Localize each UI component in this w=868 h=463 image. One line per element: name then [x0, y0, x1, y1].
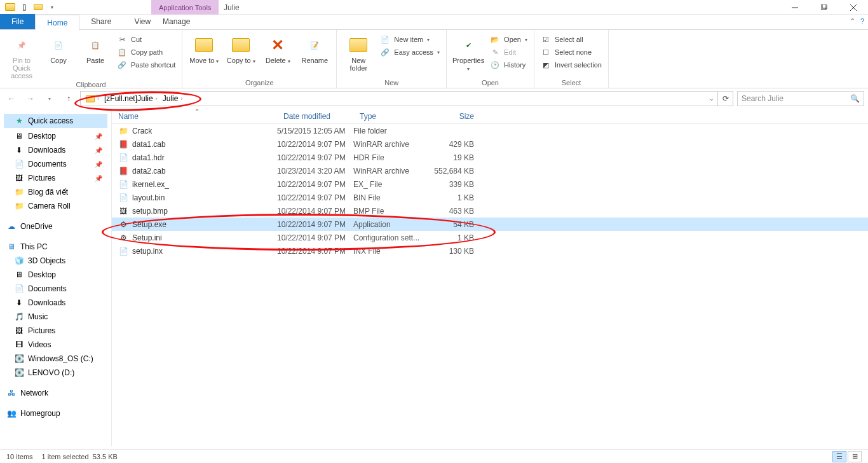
file-list-pane[interactable]: Name Date modified Type Size 📁Crack5/15/…: [112, 109, 868, 446]
nav-item[interactable]: 📁Blog đã viết: [0, 185, 111, 199]
search-input[interactable]: Search Julie 🔍: [737, 91, 864, 106]
address-dropdown-icon[interactable]: ⌄: [706, 92, 717, 106]
nav-item[interactable]: 🧊3D Objects: [0, 254, 111, 268]
nav-quick-access[interactable]: ★Quick access: [4, 114, 107, 128]
history-button[interactable]: 🕑History: [489, 59, 529, 71]
nav-item[interactable]: 📄Documents📌: [0, 157, 111, 171]
file-name: layout.bin: [132, 193, 165, 202]
help-icon[interactable]: ?: [860, 17, 864, 25]
file-row[interactable]: 📄layout.bin10/22/2014 9:07 PMBIN File1 K…: [112, 191, 868, 204]
column-headers[interactable]: Name Date modified Type Size: [112, 109, 868, 124]
history-label: History: [504, 61, 526, 69]
file-type: WinRAR archive: [353, 140, 430, 149]
tab-home[interactable]: Home: [35, 15, 79, 30]
nav-homegroup[interactable]: 👥Homegroup: [0, 406, 111, 420]
file-icon: 📄: [118, 153, 128, 163]
tab-file[interactable]: File: [0, 14, 35, 29]
new-item-button[interactable]: 📄New item ▾: [379, 34, 441, 45]
nav-item[interactable]: 🖥Desktop📌: [0, 129, 111, 143]
breadcrumb-root-icon[interactable]: ›: [83, 95, 102, 102]
edit-button[interactable]: ✎Edit: [489, 46, 529, 58]
file-row[interactable]: 📁Crack5/15/2015 12:05 AMFile folder: [112, 124, 868, 137]
nav-item[interactable]: 📁Camera Roll: [0, 199, 111, 213]
nav-item[interactable]: ⬇Downloads: [0, 296, 111, 310]
status-selected: 1 item selected 53.5 KB: [42, 453, 118, 460]
nav-item[interactable]: 💽Windows8_OS (C:): [0, 352, 111, 366]
file-row[interactable]: ⚙Setup.exe10/22/2014 9:07 PMApplication5…: [112, 218, 868, 231]
nav-item-icon: 📁: [14, 187, 24, 197]
col-date[interactable]: Date modified: [277, 112, 353, 121]
nav-thispc[interactable]: 🖥This PC: [0, 240, 111, 254]
navigation-pane[interactable]: ★Quick access 🖥Desktop📌⬇Downloads📌📄Docum…: [0, 109, 112, 446]
nav-item[interactable]: ⬇Downloads📌: [0, 143, 111, 157]
newitem-label: New item: [394, 36, 423, 43]
easy-access-button[interactable]: 🔗Easy access ▾: [379, 46, 441, 58]
pin-indicator-icon: 📌: [95, 175, 106, 182]
breadcrumb-b[interactable]: Julie ›: [160, 94, 186, 103]
delete-icon: ✕: [268, 35, 288, 55]
back-button[interactable]: ←: [4, 91, 19, 106]
newitem-icon: 📄: [380, 34, 390, 45]
tab-manage[interactable]: Manage: [151, 14, 201, 29]
nav-item[interactable]: 📄Documents: [0, 282, 111, 296]
nav-network[interactable]: 🖧Network: [0, 386, 111, 400]
nav-onedrive[interactable]: ☁OneDrive: [0, 219, 111, 233]
qat-properties-icon[interactable]: ▯: [18, 1, 31, 13]
paste-label: Paste: [86, 57, 104, 64]
forward-button[interactable]: →: [23, 91, 38, 106]
up-button[interactable]: ↑: [61, 91, 76, 106]
delete-button[interactable]: ✕Delete ▾: [261, 32, 294, 64]
cut-button[interactable]: ✂Cut: [116, 34, 177, 45]
view-details-button[interactable]: ☰: [832, 451, 846, 462]
move-to-button[interactable]: Move to ▾: [187, 32, 220, 64]
select-none-button[interactable]: ☐Select none: [539, 46, 603, 58]
paste-button[interactable]: 📋Paste: [79, 32, 112, 64]
copy-path-button[interactable]: 📋Copy path: [116, 46, 177, 58]
file-row[interactable]: 📄ikernel.ex_10/22/2014 9:07 PMEX_ File33…: [112, 177, 868, 191]
sort-indicator-icon: ⌃: [194, 108, 200, 115]
nav-item-label: Videos: [28, 340, 51, 349]
file-row[interactable]: 📄data1.hdr10/22/2014 9:07 PMHDR File19 K…: [112, 151, 868, 164]
file-row[interactable]: 📕data1.cab10/22/2014 9:07 PMWinRAR archi…: [112, 137, 868, 151]
collapse-ribbon-icon[interactable]: ⌃: [850, 17, 855, 25]
qat-customize-icon[interactable]: ▾: [46, 1, 58, 13]
qat-newfolder-icon[interactable]: [32, 1, 44, 13]
minimize-button[interactable]: [780, 0, 810, 15]
file-icon: 📄: [118, 193, 128, 203]
refresh-button[interactable]: ⟳: [717, 92, 733, 106]
copy-button[interactable]: 📄Copy: [42, 32, 75, 64]
address-bar[interactable]: › [zFull.net]Julie › Julie › ⌄ ⟳: [80, 91, 733, 106]
select-all-button[interactable]: ☑Select all: [539, 34, 603, 45]
nav-item[interactable]: 🖼Pictures: [0, 324, 111, 338]
file-row[interactable]: ⚙Setup.ini10/22/2014 9:07 PMConfiguratio…: [112, 231, 868, 244]
rename-button[interactable]: 📝Rename: [298, 32, 331, 64]
tab-share[interactable]: Share: [79, 14, 123, 29]
view-large-icons-button[interactable]: ⊞: [848, 451, 862, 462]
file-date: 10/22/2014 9:07 PM: [277, 180, 353, 189]
col-type[interactable]: Type: [353, 112, 430, 121]
close-button[interactable]: [839, 0, 868, 15]
pin-to-quick-access-button[interactable]: 📌Pin to Quick access: [5, 32, 38, 79]
pin-label: Pin to Quick access: [5, 57, 38, 79]
group-clipboard: 📌Pin to Quick access 📄Copy 📋Paste ✂Cut 📋…: [0, 30, 182, 88]
file-row[interactable]: 🖼setup.bmp10/22/2014 9:07 PMBMP File463 …: [112, 204, 868, 218]
nav-item[interactable]: 🖥Desktop: [0, 268, 111, 282]
nav-item[interactable]: 💽LENOVO (D:): [0, 366, 111, 380]
copy-to-button[interactable]: Copy to ▾: [224, 32, 257, 64]
file-row[interactable]: 📄setup.inx10/22/2014 9:07 PMINX File130 …: [112, 244, 868, 258]
breadcrumb-a[interactable]: [zFull.net]Julie ›: [102, 94, 160, 103]
nav-item[interactable]: 🎵Music: [0, 310, 111, 324]
col-size[interactable]: Size: [430, 112, 480, 121]
nav-item[interactable]: 🖼Pictures📌: [0, 171, 111, 185]
paste-shortcut-button[interactable]: 🔗Paste shortcut: [116, 59, 177, 71]
invert-selection-button[interactable]: ◩Invert selection: [539, 59, 603, 71]
recent-locations-button[interactable]: ▾: [42, 91, 57, 106]
new-folder-button[interactable]: New folder: [342, 32, 375, 72]
file-row[interactable]: 📕data2.cab10/23/2014 3:20 AMWinRAR archi…: [112, 164, 868, 177]
open-button[interactable]: 📂Open ▾: [489, 34, 529, 45]
properties-button[interactable]: ✔Properties ▾: [452, 32, 485, 72]
nav-item[interactable]: 🎞Videos: [0, 338, 111, 352]
nav-item-icon: ⬇: [14, 145, 24, 155]
copy-label: Copy: [50, 57, 67, 64]
maximize-button[interactable]: [810, 0, 839, 15]
